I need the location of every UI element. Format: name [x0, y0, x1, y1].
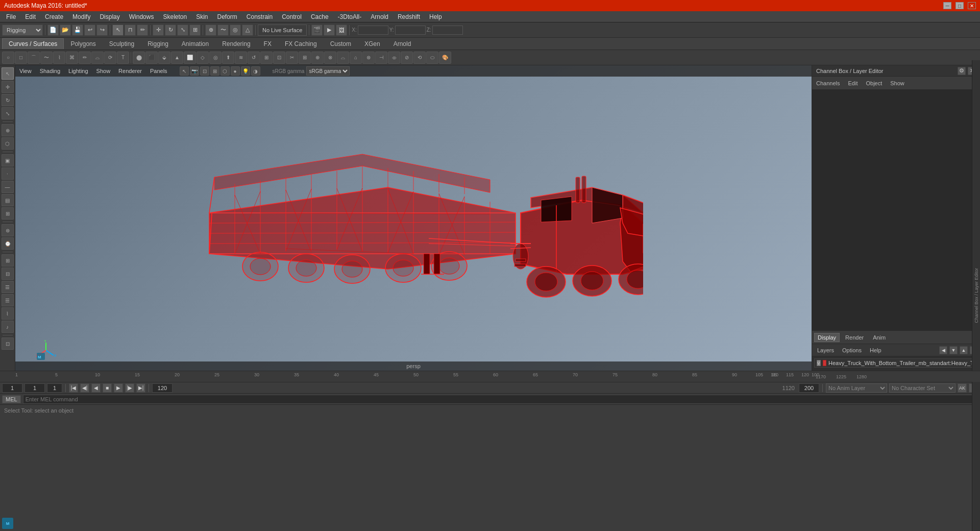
show-render-button[interactable]: 🖼	[336, 25, 347, 36]
show-manip-button[interactable]: ⊛	[2, 224, 14, 236]
snap-surface-button[interactable]: △	[242, 25, 253, 36]
offset-surface-icon[interactable]: ⊘	[401, 52, 413, 64]
nurbs-square-icon[interactable]: □	[15, 52, 27, 64]
mel-input[interactable]	[23, 395, 978, 404]
snap-grid-button[interactable]: ⊕	[205, 25, 216, 36]
tab-xgen[interactable]: XGen	[358, 38, 387, 49]
no-live-surface-button[interactable]: No Live Surface	[258, 25, 307, 36]
view-menu[interactable]: View	[19, 68, 32, 74]
step-back-button[interactable]: ◀|	[80, 383, 89, 393]
snap-curve-button[interactable]: 〜	[217, 25, 229, 36]
component-icon[interactable]: ▣	[2, 154, 14, 166]
layers-subtab[interactable]: Layers	[814, 347, 837, 354]
layer-down-button[interactable]: ▼	[949, 346, 958, 354]
vp-select-icon[interactable]: ↖	[180, 66, 189, 76]
history-button[interactable]: ⌚	[2, 237, 14, 250]
snap-point-button[interactable]: ◎	[230, 25, 241, 36]
plane-icon[interactable]: ⬜	[184, 52, 196, 64]
paint-attr-icon[interactable]: 🎨	[439, 52, 451, 64]
render-current-button[interactable]: 🎬	[311, 25, 323, 36]
layer-left-button[interactable]: ◀	[939, 346, 947, 354]
sculpt-surface-icon[interactable]: ⬭	[426, 52, 438, 64]
help-subtab[interactable]: Help	[867, 347, 885, 354]
range-end-field[interactable]	[152, 383, 173, 393]
paint-select-button[interactable]: ✏	[137, 25, 148, 36]
menu-constrain[interactable]: Constrain	[242, 12, 277, 21]
layer-visibility[interactable]: V	[817, 360, 821, 366]
cylinder-icon[interactable]: ⬙	[158, 52, 170, 64]
save-scene-button[interactable]: 💾	[72, 25, 83, 36]
menu-control[interactable]: Control	[278, 12, 306, 21]
render-tab[interactable]: Render	[842, 333, 867, 342]
render-setup-button[interactable]: ☰	[2, 294, 14, 306]
lighting-menu[interactable]: Lighting	[68, 68, 88, 74]
sphere-icon[interactable]: ⬤	[133, 52, 145, 64]
surface-curve-icon[interactable]: ⌯	[388, 52, 400, 64]
workspace-dropdown[interactable]: Rigging	[2, 25, 43, 36]
layer-item[interactable]: V Heavy_Truck_With_Bottom_Trailer_mb_sta…	[814, 358, 978, 368]
cube-icon[interactable]: ⬛	[145, 52, 158, 64]
close-button[interactable]: ✕	[968, 2, 976, 9]
vp-camera-icon[interactable]: 📷	[190, 66, 199, 76]
redo-button[interactable]: ↪	[96, 25, 108, 36]
bezier-curve-icon[interactable]: ⌘	[66, 52, 78, 64]
x-field[interactable]	[358, 26, 388, 35]
object-tab[interactable]: Object	[864, 79, 884, 87]
fillet-icon[interactable]: ⌓	[337, 52, 349, 64]
untrim-icon[interactable]: ⊞	[299, 52, 311, 64]
boundary-icon[interactable]: ⊡	[273, 52, 285, 64]
undo-button[interactable]: ↩	[84, 25, 95, 36]
scale-tool-button[interactable]: ⤡	[177, 25, 188, 36]
menu-create[interactable]: Create	[41, 12, 67, 21]
edge-button[interactable]: —	[2, 181, 14, 193]
soft-select-button[interactable]: ⊕	[2, 124, 14, 136]
anim-curves-button[interactable]: ⌇	[2, 307, 14, 320]
play-forward-button[interactable]: ▶	[114, 383, 123, 393]
menu-redshift[interactable]: Redshift	[394, 12, 424, 21]
tab-sculpting[interactable]: Sculpting	[103, 38, 141, 49]
rebuild-surface-icon[interactable]: ⟲	[413, 52, 426, 64]
new-scene-button[interactable]: 📄	[47, 25, 59, 36]
display-tab[interactable]: Display	[814, 333, 840, 342]
cone-icon[interactable]: ▲	[171, 52, 183, 64]
menu-edit[interactable]: Edit	[21, 12, 40, 21]
current-time-field[interactable]	[24, 383, 45, 393]
helix-icon[interactable]: ⟳	[104, 52, 116, 64]
channel-box-vtab[interactable]: Channel Box / Layer Editor	[974, 268, 979, 323]
renderer-menu[interactable]: Renderer	[118, 68, 142, 74]
menu-cache[interactable]: Cache	[307, 12, 333, 21]
maximize-button[interactable]: □	[955, 2, 964, 9]
options-subtab[interactable]: Options	[839, 347, 865, 354]
text-icon[interactable]: T	[117, 52, 129, 64]
loft-icon[interactable]: ≋	[235, 52, 247, 64]
face-button[interactable]: ▤	[2, 194, 14, 206]
move-mode-button[interactable]: ✛	[2, 81, 14, 93]
stop-button[interactable]: ■	[103, 383, 112, 393]
attach-icon[interactable]: ⊕	[311, 52, 324, 64]
torus-icon[interactable]: ◎	[209, 52, 222, 64]
y-field[interactable]	[395, 26, 426, 35]
step-forward-button[interactable]: |▶	[125, 383, 134, 393]
menu-3dtoall[interactable]: -3DtoAll-	[334, 12, 366, 21]
rp-settings-button[interactable]: ⚙	[958, 67, 966, 75]
ipr-render-button[interactable]: ▶	[324, 25, 335, 36]
tab-fx[interactable]: FX	[257, 38, 278, 49]
shading-menu[interactable]: Shading	[40, 68, 60, 74]
minimize-button[interactable]: ─	[943, 2, 951, 9]
vp-grid-icon[interactable]: ⊞	[210, 66, 219, 76]
panels-menu[interactable]: Panels	[150, 68, 167, 74]
tab-animation[interactable]: Animation	[175, 38, 215, 49]
tab-custom[interactable]: Custom	[324, 38, 358, 49]
display-options-button[interactable]: ⊟	[2, 268, 14, 280]
vertex-button[interactable]: ·	[2, 167, 14, 180]
lasso-select-button[interactable]: ⊓	[125, 25, 136, 36]
layer-button[interactable]: ☰	[2, 281, 14, 293]
menu-skeleton[interactable]: Skeleton	[159, 12, 191, 21]
grid-display-button[interactable]: ⊞	[2, 254, 14, 267]
vp-fit-icon[interactable]: ⊡	[200, 66, 209, 76]
detach-icon[interactable]: ⊗	[324, 52, 336, 64]
bevel-icon[interactable]: ⌂	[350, 52, 362, 64]
paint-weights-button[interactable]: ⬡	[2, 137, 14, 150]
channels-tab[interactable]: Channels	[814, 79, 842, 87]
project-curve-icon[interactable]: ⊣	[375, 52, 387, 64]
